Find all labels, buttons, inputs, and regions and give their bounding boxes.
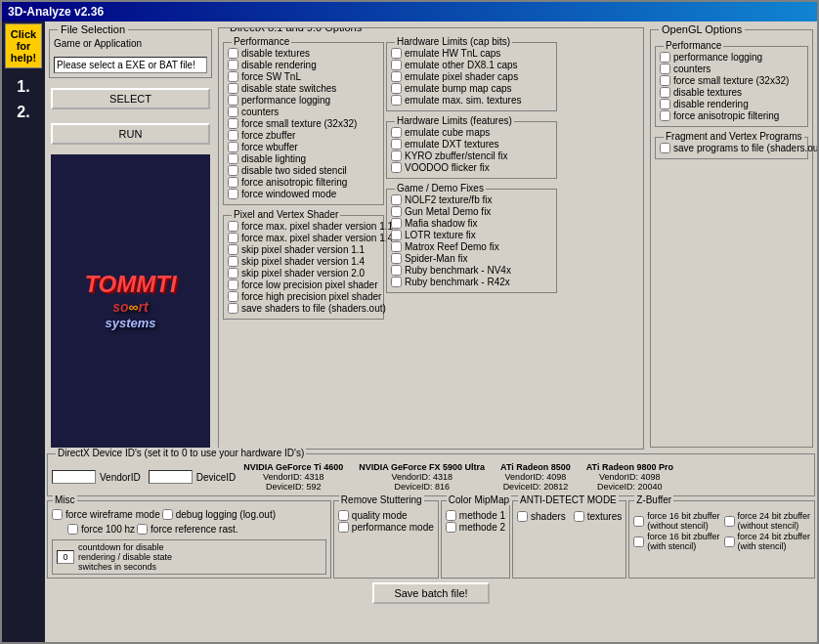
hw-limits-feat-title: Hardware Limits (features) — [395, 115, 514, 126]
save-batch-button[interactable]: Save batch file! — [372, 582, 489, 604]
checkbox[interactable] — [391, 277, 402, 287]
run-button[interactable]: RUN — [51, 123, 210, 145]
quality-mode-checkbox[interactable] — [338, 510, 349, 521]
checkbox[interactable] — [228, 189, 238, 199]
force-100hz-item: force 100 hz — [67, 524, 135, 535]
performance-mode-label: performance mode — [352, 522, 434, 533]
device-id-label: DeviceID — [196, 472, 237, 483]
checkbox[interactable] — [660, 99, 670, 109]
checkbox[interactable] — [660, 87, 670, 98]
checkbox[interactable] — [391, 60, 402, 70]
checkbox[interactable] — [391, 139, 402, 150]
checkbox-label: emulate DXT textures — [405, 139, 499, 150]
quality-mode-label: quality mode — [352, 510, 408, 521]
device-card-name: ATi Radeon 9800 Pro — [586, 462, 673, 472]
checkbox[interactable] — [228, 291, 238, 302]
checkbox[interactable] — [660, 110, 670, 121]
checkbox[interactable] — [228, 107, 238, 117]
checkbox[interactable] — [228, 221, 238, 232]
checkbox-label: emulate cube maps — [405, 127, 490, 138]
checkbox[interactable] — [228, 268, 238, 279]
hw-limits-feat-section: Hardware Limits (features) emulate cube … — [386, 121, 557, 179]
select-button[interactable]: SELECT — [51, 88, 210, 109]
checkbox[interactable] — [228, 279, 238, 290]
game-fixes-title: Game / Demo Fixes — [395, 183, 486, 193]
checkbox[interactable] — [228, 71, 238, 82]
anti-detect-section: ANTI-DETECT MODE shaders textures — [512, 500, 626, 579]
checkbox-item: force low precision pixel shader — [228, 279, 379, 290]
checkbox[interactable] — [228, 48, 238, 59]
methode1-checkbox[interactable] — [446, 510, 456, 521]
checkbox[interactable] — [228, 233, 238, 243]
checkbox[interactable] — [391, 83, 402, 94]
device-card-device: DeviceID: 816 — [359, 482, 485, 492]
checkbox[interactable] — [660, 52, 670, 63]
shaders-checkbox[interactable] — [517, 511, 528, 522]
checkbox[interactable] — [391, 95, 402, 106]
checkbox[interactable] — [391, 162, 402, 173]
checkbox[interactable] — [228, 153, 238, 164]
file-selection-title: File Selection — [58, 23, 128, 35]
checkbox[interactable] — [228, 177, 238, 188]
textures-checkbox[interactable] — [574, 511, 584, 522]
checkbox[interactable] — [228, 165, 238, 176]
checkbox[interactable] — [228, 244, 238, 255]
checkbox-item: emulate pixel shader caps — [391, 71, 552, 82]
checkbox[interactable] — [228, 95, 238, 106]
checkbox[interactable] — [391, 265, 402, 276]
checkbox[interactable] — [391, 218, 402, 229]
title-bar: 3D-Analyze v2.36 — [2, 2, 817, 21]
checkbox[interactable] — [228, 83, 238, 94]
checkbox-label: VOODOO flicker fix — [405, 162, 490, 173]
force-100hz-label: force 100 hz — [81, 524, 135, 535]
force-wireframe-checkbox[interactable] — [52, 509, 63, 520]
help-button[interactable]: Click for help! — [5, 23, 42, 68]
checkbox[interactable] — [391, 150, 402, 161]
checkbox[interactable] — [391, 71, 402, 82]
color-mipmap-section: Color MipMap methode 1 methode 2 — [441, 500, 510, 579]
checkbox-label: performance logging — [241, 95, 330, 106]
checkbox-item: emulate HW TnL caps — [391, 48, 552, 59]
methode2-checkbox[interactable] — [446, 522, 456, 533]
force24-stencil-checkbox[interactable] — [724, 537, 735, 547]
debug-logging-checkbox[interactable] — [162, 509, 173, 520]
checkbox[interactable] — [391, 241, 402, 252]
checkbox[interactable] — [660, 64, 670, 74]
checkbox[interactable] — [391, 253, 402, 264]
force-100hz-checkbox[interactable] — [67, 524, 78, 535]
checkbox[interactable] — [228, 130, 238, 141]
device-card-vendor: VendorID: 4318 — [359, 472, 485, 482]
checkbox[interactable] — [391, 206, 402, 217]
game-app-label: Game or Application — [54, 38, 207, 49]
device-card-device: DeviceID: 20040 — [586, 482, 673, 492]
device-id-input[interactable] — [149, 470, 193, 484]
checkbox[interactable] — [391, 127, 402, 138]
force16-no-stencil-checkbox[interactable] — [633, 516, 644, 527]
force16-stencil-checkbox[interactable] — [633, 537, 644, 547]
checkbox[interactable] — [391, 194, 402, 205]
checkbox[interactable] — [660, 143, 670, 153]
checkbox-label: force small texture (32x32) — [673, 75, 789, 86]
checkbox[interactable] — [660, 75, 670, 86]
device-card-device: DeviceID: 20812 — [500, 482, 571, 492]
checkbox-item: Matrox Reef Demo fix — [391, 241, 552, 252]
checkbox[interactable] — [391, 48, 402, 59]
methode1-label: methode 1 — [459, 510, 505, 521]
checkbox[interactable] — [391, 230, 402, 240]
checkbox-item: force small texture (32x32) — [660, 75, 803, 86]
checkbox-item: Ruby benchmark - R42x — [391, 277, 552, 287]
checkbox[interactable] — [228, 142, 238, 152]
performance-mode-checkbox[interactable] — [338, 522, 349, 533]
checkbox-label: Matrox Reef Demo fix — [405, 241, 499, 252]
checkbox[interactable] — [228, 118, 238, 129]
checkbox-label: save programs to file (shaders.out) — [673, 143, 817, 153]
checkbox-item: force wbuffer — [228, 142, 379, 152]
force-ref-checkbox[interactable] — [137, 524, 148, 535]
checkbox[interactable] — [228, 60, 238, 70]
force24-no-stencil-checkbox[interactable] — [724, 516, 735, 527]
countdown-input[interactable] — [57, 550, 74, 564]
checkbox[interactable] — [228, 256, 238, 267]
step1-label: 1. — [17, 78, 29, 96]
vendor-id-input[interactable] — [52, 470, 96, 484]
checkbox[interactable] — [228, 303, 238, 314]
